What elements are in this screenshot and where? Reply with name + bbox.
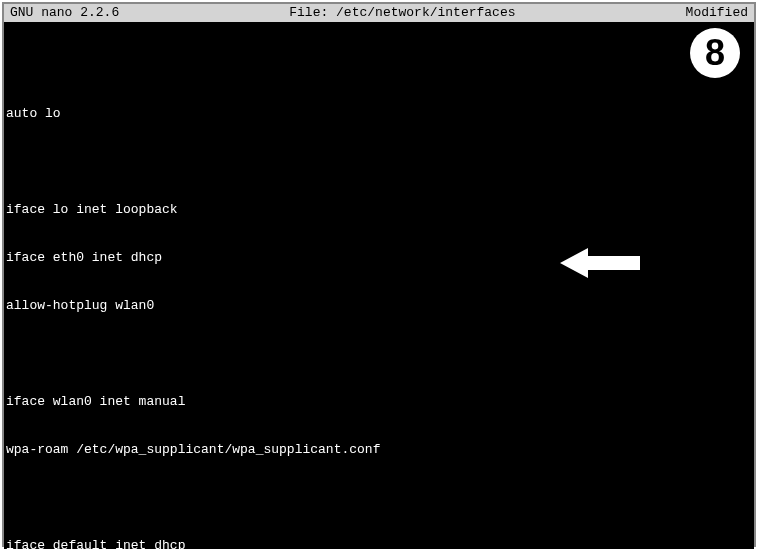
editor-line: auto lo (6, 106, 754, 122)
editor-line: iface lo inet loopback (6, 202, 754, 218)
editor-app-name: GNU nano 2.2.6 (10, 4, 119, 22)
step-number-badge: 8 (690, 28, 740, 78)
editor-line (6, 154, 754, 170)
editor-file-label: File: /etc/network/interfaces (119, 4, 685, 22)
editor-line (6, 490, 754, 506)
arrow-left-icon (560, 246, 640, 284)
editor-line: wpa-roam /etc/wpa_supplicant/wpa_supplic… (6, 442, 754, 458)
editor-modified-status: Modified (686, 4, 748, 22)
editor-line: iface default inet dhcp (6, 538, 754, 549)
terminal-window: GNU nano 2.2.6 File: /etc/network/interf… (2, 2, 756, 547)
editor-text-area[interactable]: auto lo iface lo inet loopback iface eth… (4, 22, 754, 549)
editor-line (6, 346, 754, 362)
editor-line: iface wlan0 inet manual (6, 394, 754, 410)
editor-title-bar: GNU nano 2.2.6 File: /etc/network/interf… (4, 4, 754, 22)
editor-line: iface eth0 inet dhcp (6, 250, 754, 266)
svg-marker-0 (560, 248, 640, 278)
editor-line: allow-hotplug wlan0 (6, 298, 754, 314)
editor-line (6, 58, 754, 74)
